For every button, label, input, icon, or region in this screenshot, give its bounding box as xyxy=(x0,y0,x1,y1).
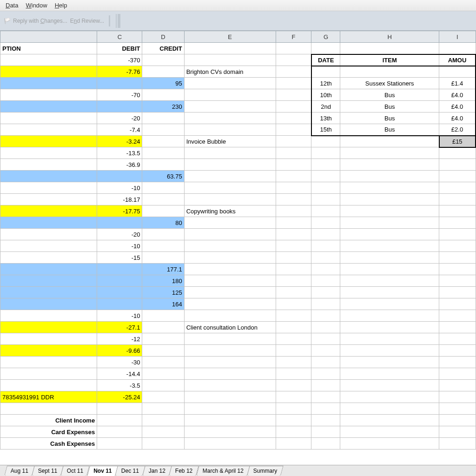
table-row xyxy=(0,403,476,415)
sheet-tab-jan-12[interactable]: Jan 12 xyxy=(142,466,172,476)
table-row: -17.75Copywriting books xyxy=(0,205,476,217)
col-header-f[interactable]: F xyxy=(276,31,311,43)
expense-header-date[interactable]: DATE xyxy=(311,54,340,66)
expense-header-item[interactable]: ITEM xyxy=(340,54,439,66)
table-row: -12 xyxy=(0,333,476,345)
header-description[interactable]: PTION xyxy=(0,43,97,54)
sheet-tab-march-april-12[interactable]: March & April 12 xyxy=(196,466,250,476)
table-row: -30 xyxy=(0,357,476,368)
sheet-tab-nov-11[interactable]: Nov 11 xyxy=(87,466,119,476)
table-row: 78354931991 DDR-25.24 xyxy=(0,391,476,403)
toolbar-separator xyxy=(109,15,110,26)
col-header-g[interactable]: G xyxy=(311,31,340,43)
table-row: 230 2nd Bus £4.0 xyxy=(0,101,476,112)
sheet-tab-feb-12[interactable]: Feb 12 xyxy=(169,466,199,476)
reply-with-changes-button: Reply with Changes... xyxy=(13,18,67,24)
col-header-c[interactable]: C xyxy=(97,31,142,43)
table-row: 80 xyxy=(0,217,476,229)
table-row: -14.4 xyxy=(0,368,476,380)
table-row: -27.1Client consultation London xyxy=(0,322,476,333)
header-credit[interactable]: CREDIT xyxy=(142,43,184,54)
table-row: -9.66 xyxy=(0,345,476,357)
flag-icon: 🏳️ xyxy=(4,18,10,24)
table-row: -10 xyxy=(0,310,476,322)
review-toolbar: 🏳️ Reply with Changes... End Review... xyxy=(0,11,476,31)
menu-bar: Data Window Help xyxy=(0,0,476,11)
table-row: -7.4 15th Bus £2.0 xyxy=(0,124,476,136)
table-row: 95 12th Sussex Stationers £1.4 xyxy=(0,78,476,89)
table-row: -20 13th Bus £4.0 xyxy=(0,112,476,124)
table-row: -10 xyxy=(0,240,476,252)
sheet-tab-summary[interactable]: Summary xyxy=(247,466,284,476)
sheet-tab-dec-11[interactable]: Dec 11 xyxy=(115,466,145,476)
spreadsheet-grid[interactable]: C D E F G H I PTION DEBIT CREDIT -370 DA… xyxy=(0,31,476,465)
sheet-tabs-container: Aug 11 Sept 11 Oct 11 Nov 11 Dec 11 Jan … xyxy=(0,465,476,476)
column-header-row: C D E F G H I xyxy=(0,31,476,43)
table-row: 164 xyxy=(0,298,476,310)
table-row: -36.9 xyxy=(0,159,476,171)
end-review-button: End Review... xyxy=(70,18,104,24)
toolbar-handle[interactable] xyxy=(116,14,120,28)
sheet-tab-sept-11[interactable]: Sept 11 xyxy=(32,466,64,476)
table-row: 177.1 xyxy=(0,264,476,275)
table-row: Cash Expenses xyxy=(0,438,476,450)
sheet-tab-oct-11[interactable]: Oct 11 xyxy=(61,466,90,476)
table-row: -70 10th Bus £4.0 xyxy=(0,89,476,101)
table-row: Client Income xyxy=(0,415,476,426)
table-row: -15 xyxy=(0,252,476,264)
menu-data[interactable]: Data xyxy=(2,1,22,10)
col-header-b[interactable] xyxy=(0,31,97,43)
table-row: 180 xyxy=(0,275,476,287)
table-row: -7.76 Brighton CVs domain xyxy=(0,66,476,78)
menu-window[interactable]: Window xyxy=(22,1,51,10)
table-row: -3.24 Invoice Bubble £15 xyxy=(0,136,476,147)
table-row: -370 DATE ITEM AMOU xyxy=(0,54,476,66)
header-debit[interactable]: DEBIT xyxy=(97,43,142,54)
col-header-d[interactable]: D xyxy=(142,31,184,43)
table-row: -3.5 xyxy=(0,380,476,391)
table-row: -20 xyxy=(0,229,476,240)
header-labels-row: PTION DEBIT CREDIT xyxy=(0,43,476,54)
table-row: 63.75 xyxy=(0,171,476,182)
menu-help[interactable]: Help xyxy=(51,1,71,10)
expense-header-amount[interactable]: AMOU xyxy=(439,54,476,66)
table-row: -13.5 xyxy=(0,147,476,159)
col-header-e[interactable]: E xyxy=(184,31,276,43)
col-header-h[interactable]: H xyxy=(340,31,439,43)
sheet-tab-aug-11[interactable]: Aug 11 xyxy=(4,466,35,476)
table-row: 125 xyxy=(0,287,476,298)
table-row: Card Expenses xyxy=(0,426,476,438)
table-row: -10 xyxy=(0,182,476,194)
col-header-i[interactable]: I xyxy=(439,31,476,43)
table-row: -18.17 xyxy=(0,194,476,205)
